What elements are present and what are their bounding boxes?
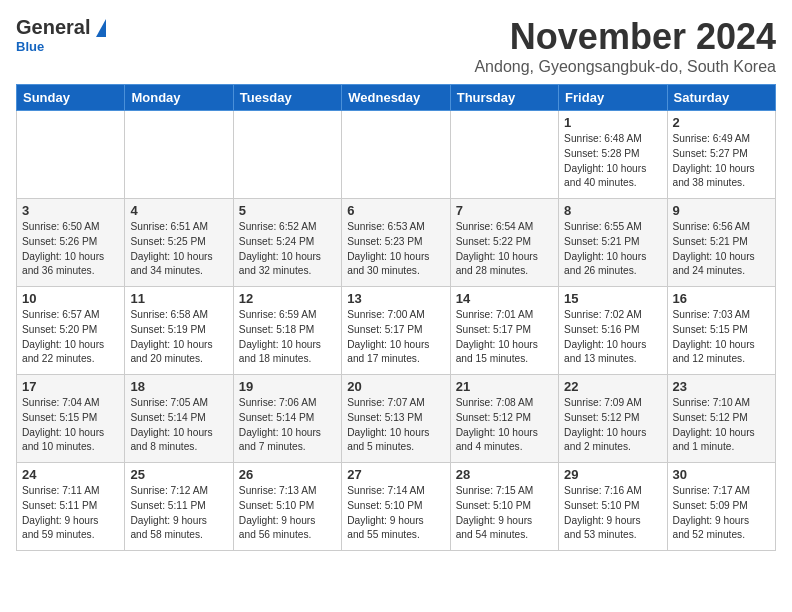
day-info: Sunrise: 6:56 AM Sunset: 5:21 PM Dayligh… [673, 220, 770, 279]
day-info: Sunrise: 7:17 AM Sunset: 5:09 PM Dayligh… [673, 484, 770, 543]
day-info: Sunrise: 7:11 AM Sunset: 5:11 PM Dayligh… [22, 484, 119, 543]
day-info: Sunrise: 7:08 AM Sunset: 5:12 PM Dayligh… [456, 396, 553, 455]
day-number: 21 [456, 379, 553, 394]
day-number: 12 [239, 291, 336, 306]
table-cell: 11Sunrise: 6:58 AM Sunset: 5:19 PM Dayli… [125, 287, 233, 375]
table-cell: 21Sunrise: 7:08 AM Sunset: 5:12 PM Dayli… [450, 375, 558, 463]
day-number: 6 [347, 203, 444, 218]
table-cell: 2Sunrise: 6:49 AM Sunset: 5:27 PM Daylig… [667, 111, 775, 199]
day-number: 7 [456, 203, 553, 218]
day-info: Sunrise: 6:54 AM Sunset: 5:22 PM Dayligh… [456, 220, 553, 279]
logo-general: General [16, 16, 90, 39]
day-info: Sunrise: 6:58 AM Sunset: 5:19 PM Dayligh… [130, 308, 227, 367]
day-info: Sunrise: 7:14 AM Sunset: 5:10 PM Dayligh… [347, 484, 444, 543]
calendar-header-row: Sunday Monday Tuesday Wednesday Thursday… [17, 85, 776, 111]
col-saturday: Saturday [667, 85, 775, 111]
table-cell: 20Sunrise: 7:07 AM Sunset: 5:13 PM Dayli… [342, 375, 450, 463]
day-number: 16 [673, 291, 770, 306]
day-info: Sunrise: 7:15 AM Sunset: 5:10 PM Dayligh… [456, 484, 553, 543]
day-info: Sunrise: 7:04 AM Sunset: 5:15 PM Dayligh… [22, 396, 119, 455]
table-cell: 4Sunrise: 6:51 AM Sunset: 5:25 PM Daylig… [125, 199, 233, 287]
day-number: 29 [564, 467, 661, 482]
day-number: 9 [673, 203, 770, 218]
table-cell: 22Sunrise: 7:09 AM Sunset: 5:12 PM Dayli… [559, 375, 667, 463]
day-info: Sunrise: 7:13 AM Sunset: 5:10 PM Dayligh… [239, 484, 336, 543]
table-cell: 14Sunrise: 7:01 AM Sunset: 5:17 PM Dayli… [450, 287, 558, 375]
table-cell: 7Sunrise: 6:54 AM Sunset: 5:22 PM Daylig… [450, 199, 558, 287]
day-number: 5 [239, 203, 336, 218]
month-title: November 2024 [474, 16, 776, 58]
table-cell: 9Sunrise: 6:56 AM Sunset: 5:21 PM Daylig… [667, 199, 775, 287]
day-number: 8 [564, 203, 661, 218]
header: General Blue November 2024 Andong, Gyeon… [16, 16, 776, 76]
table-cell: 28Sunrise: 7:15 AM Sunset: 5:10 PM Dayli… [450, 463, 558, 551]
table-cell: 8Sunrise: 6:55 AM Sunset: 5:21 PM Daylig… [559, 199, 667, 287]
table-cell: 1Sunrise: 6:48 AM Sunset: 5:28 PM Daylig… [559, 111, 667, 199]
day-info: Sunrise: 6:55 AM Sunset: 5:21 PM Dayligh… [564, 220, 661, 279]
day-number: 17 [22, 379, 119, 394]
day-number: 11 [130, 291, 227, 306]
day-info: Sunrise: 7:07 AM Sunset: 5:13 PM Dayligh… [347, 396, 444, 455]
day-info: Sunrise: 7:00 AM Sunset: 5:17 PM Dayligh… [347, 308, 444, 367]
day-number: 14 [456, 291, 553, 306]
calendar: Sunday Monday Tuesday Wednesday Thursday… [16, 84, 776, 551]
table-cell [17, 111, 125, 199]
table-cell: 10Sunrise: 6:57 AM Sunset: 5:20 PM Dayli… [17, 287, 125, 375]
table-cell: 26Sunrise: 7:13 AM Sunset: 5:10 PM Dayli… [233, 463, 341, 551]
day-info: Sunrise: 6:57 AM Sunset: 5:20 PM Dayligh… [22, 308, 119, 367]
day-number: 1 [564, 115, 661, 130]
table-cell: 12Sunrise: 6:59 AM Sunset: 5:18 PM Dayli… [233, 287, 341, 375]
table-cell: 18Sunrise: 7:05 AM Sunset: 5:14 PM Dayli… [125, 375, 233, 463]
triangle-icon [96, 19, 106, 37]
table-cell: 19Sunrise: 7:06 AM Sunset: 5:14 PM Dayli… [233, 375, 341, 463]
day-number: 13 [347, 291, 444, 306]
day-number: 15 [564, 291, 661, 306]
table-cell: 3Sunrise: 6:50 AM Sunset: 5:26 PM Daylig… [17, 199, 125, 287]
day-info: Sunrise: 7:16 AM Sunset: 5:10 PM Dayligh… [564, 484, 661, 543]
logo: General Blue [16, 16, 106, 54]
table-cell: 29Sunrise: 7:16 AM Sunset: 5:10 PM Dayli… [559, 463, 667, 551]
week-row-1: 1Sunrise: 6:48 AM Sunset: 5:28 PM Daylig… [17, 111, 776, 199]
table-cell [342, 111, 450, 199]
day-number: 28 [456, 467, 553, 482]
day-number: 27 [347, 467, 444, 482]
day-info: Sunrise: 6:53 AM Sunset: 5:23 PM Dayligh… [347, 220, 444, 279]
week-row-3: 10Sunrise: 6:57 AM Sunset: 5:20 PM Dayli… [17, 287, 776, 375]
table-cell: 15Sunrise: 7:02 AM Sunset: 5:16 PM Dayli… [559, 287, 667, 375]
table-cell [125, 111, 233, 199]
day-number: 26 [239, 467, 336, 482]
location-title: Andong, Gyeongsangbuk-do, South Korea [474, 58, 776, 76]
table-cell: 24Sunrise: 7:11 AM Sunset: 5:11 PM Dayli… [17, 463, 125, 551]
day-number: 24 [22, 467, 119, 482]
day-info: Sunrise: 7:05 AM Sunset: 5:14 PM Dayligh… [130, 396, 227, 455]
title-block: November 2024 Andong, Gyeongsangbuk-do, … [474, 16, 776, 76]
day-number: 25 [130, 467, 227, 482]
day-info: Sunrise: 7:10 AM Sunset: 5:12 PM Dayligh… [673, 396, 770, 455]
col-friday: Friday [559, 85, 667, 111]
table-cell: 17Sunrise: 7:04 AM Sunset: 5:15 PM Dayli… [17, 375, 125, 463]
day-info: Sunrise: 7:06 AM Sunset: 5:14 PM Dayligh… [239, 396, 336, 455]
table-cell: 13Sunrise: 7:00 AM Sunset: 5:17 PM Dayli… [342, 287, 450, 375]
day-info: Sunrise: 7:09 AM Sunset: 5:12 PM Dayligh… [564, 396, 661, 455]
day-info: Sunrise: 6:59 AM Sunset: 5:18 PM Dayligh… [239, 308, 336, 367]
day-number: 4 [130, 203, 227, 218]
day-info: Sunrise: 6:50 AM Sunset: 5:26 PM Dayligh… [22, 220, 119, 279]
table-cell: 6Sunrise: 6:53 AM Sunset: 5:23 PM Daylig… [342, 199, 450, 287]
day-info: Sunrise: 6:48 AM Sunset: 5:28 PM Dayligh… [564, 132, 661, 191]
col-monday: Monday [125, 85, 233, 111]
day-number: 30 [673, 467, 770, 482]
col-thursday: Thursday [450, 85, 558, 111]
day-number: 22 [564, 379, 661, 394]
day-number: 3 [22, 203, 119, 218]
week-row-5: 24Sunrise: 7:11 AM Sunset: 5:11 PM Dayli… [17, 463, 776, 551]
table-cell: 5Sunrise: 6:52 AM Sunset: 5:24 PM Daylig… [233, 199, 341, 287]
day-number: 19 [239, 379, 336, 394]
day-info: Sunrise: 6:49 AM Sunset: 5:27 PM Dayligh… [673, 132, 770, 191]
day-info: Sunrise: 7:12 AM Sunset: 5:11 PM Dayligh… [130, 484, 227, 543]
col-tuesday: Tuesday [233, 85, 341, 111]
day-number: 20 [347, 379, 444, 394]
day-number: 10 [22, 291, 119, 306]
day-number: 23 [673, 379, 770, 394]
table-cell: 30Sunrise: 7:17 AM Sunset: 5:09 PM Dayli… [667, 463, 775, 551]
table-cell [233, 111, 341, 199]
